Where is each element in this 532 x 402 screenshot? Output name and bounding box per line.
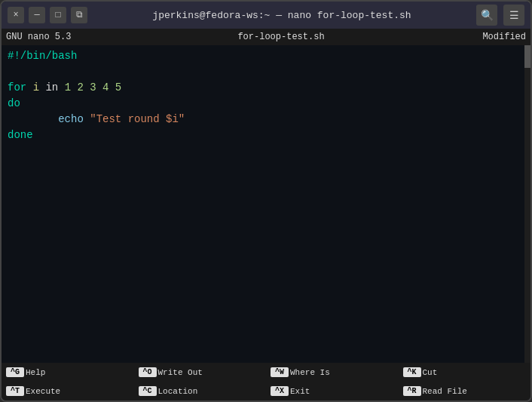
- shortcut-label-where-is: Where Is: [290, 368, 330, 377]
- editor-line-2: [8, 64, 524, 80]
- nano-status-bar: GNU nano 5.3 for-loop-test.sh Modified: [2, 29, 530, 45]
- terminal-window: × — □ ⧉ jperkins@fedora-ws:~ — nano for-…: [0, 0, 532, 402]
- shortcut-label-write-out: Write Out: [158, 368, 203, 377]
- editor-scrollbar[interactable]: [524, 45, 530, 363]
- maximize-button[interactable]: □: [50, 7, 66, 23]
- shortcut-bar: ^G Help ^O Write Out ^W Where Is ^K Cut …: [2, 363, 530, 400]
- menu-icon: ☰: [509, 9, 519, 22]
- shortcut-label-location: Location: [158, 387, 198, 396]
- shortcut-label-help: Help: [26, 368, 45, 377]
- shortcut-key-where-is: ^W: [271, 367, 289, 377]
- shortcut-key-execute: ^T: [6, 386, 24, 396]
- editor-line-4: do: [8, 96, 524, 112]
- shortcut-location[interactable]: ^C Location: [134, 382, 267, 400]
- shortcut-label-execute: Execute: [26, 387, 60, 396]
- minimize-button[interactable]: —: [29, 7, 45, 23]
- title-bar: × — □ ⧉ jperkins@fedora-ws:~ — nano for-…: [2, 2, 530, 29]
- title-action-icons: 🔍 ☰: [476, 5, 524, 26]
- shortcut-key-exit: ^X: [271, 386, 289, 396]
- shortcut-cut[interactable]: ^K Cut: [399, 363, 531, 382]
- nano-version: GNU nano 5.3: [6, 32, 96, 42]
- restore-icon: ⧉: [76, 10, 83, 20]
- shortcut-key-read-file: ^R: [403, 386, 421, 396]
- shortcut-where-is[interactable]: ^W Where Is: [266, 363, 399, 382]
- minimize-icon: —: [34, 10, 39, 20]
- nano-modified-label: Modified: [466, 32, 526, 42]
- shortcut-label-exit: Exit: [290, 387, 310, 396]
- shortcut-write-out[interactable]: ^O Write Out: [134, 363, 267, 382]
- window-controls: × — □ ⧉: [8, 7, 87, 23]
- shortcut-execute[interactable]: ^T Execute: [2, 382, 134, 400]
- maximize-icon: □: [55, 10, 60, 20]
- shortcut-read-file[interactable]: ^R Read File: [399, 382, 531, 400]
- menu-button[interactable]: ☰: [503, 5, 524, 26]
- shortcut-key-help: ^G: [6, 367, 24, 377]
- editor-line-1: #!/bin/bash: [8, 48, 524, 64]
- editor-content: #!/bin/bash for i in 1 2 3 4 5 do echo "…: [8, 48, 524, 143]
- close-icon: ×: [13, 10, 18, 20]
- search-icon: 🔍: [481, 9, 494, 22]
- restore-button[interactable]: ⧉: [71, 7, 87, 23]
- shortcut-key-location: ^C: [139, 386, 157, 396]
- shortcut-exit[interactable]: ^X Exit: [266, 382, 399, 400]
- editor-line-6: done: [8, 127, 524, 143]
- nano-filename: for-loop-test.sh: [96, 32, 466, 42]
- search-button[interactable]: 🔍: [476, 5, 497, 26]
- editor-line-5: echo "Test round $i": [8, 112, 524, 127]
- shortcut-key-write-out: ^O: [139, 367, 157, 377]
- shortcut-key-cut: ^K: [403, 367, 421, 377]
- close-button[interactable]: ×: [8, 7, 24, 23]
- shortcut-help[interactable]: ^G Help: [2, 363, 134, 382]
- shortcut-label-cut: Cut: [423, 368, 438, 377]
- shortcut-label-read-file: Read File: [423, 387, 467, 396]
- editor-line-3: for i in 1 2 3 4 5: [8, 80, 524, 96]
- scrollbar-thumb[interactable]: [524, 45, 530, 68]
- editor-area[interactable]: #!/bin/bash for i in 1 2 3 4 5 do echo "…: [2, 45, 530, 363]
- window-title: jperkins@fedora-ws:~ — nano for-loop-tes…: [87, 10, 476, 21]
